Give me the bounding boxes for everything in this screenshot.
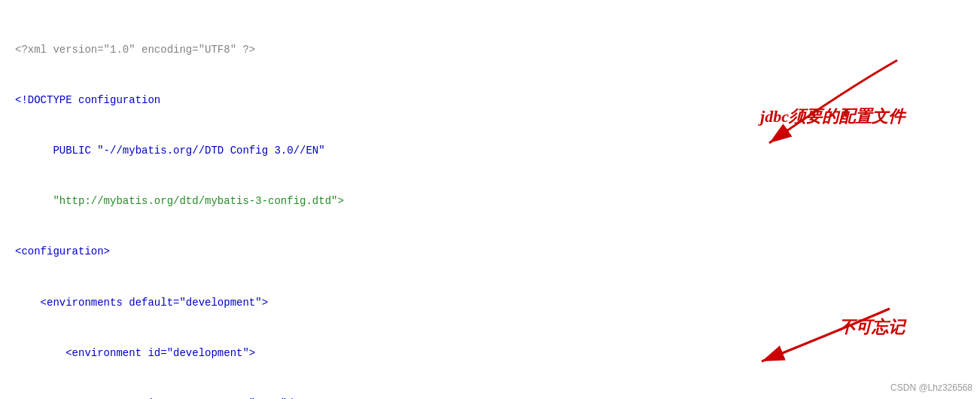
line-4: "http://mybatis.org/dtd/mybatis-3-config… [15, 193, 965, 209]
annotation-remember-label: 不可忘记 [838, 316, 905, 339]
line-5: <configuration> [15, 243, 965, 260]
line-8: <transactionManager type="JDBC"/> [15, 395, 965, 399]
arrow-remember [649, 294, 912, 384]
annotation-jdbc-label: jdbc须要的配置文件 [760, 105, 905, 128]
watermark: CSDN @Lhz326568 [890, 382, 972, 393]
